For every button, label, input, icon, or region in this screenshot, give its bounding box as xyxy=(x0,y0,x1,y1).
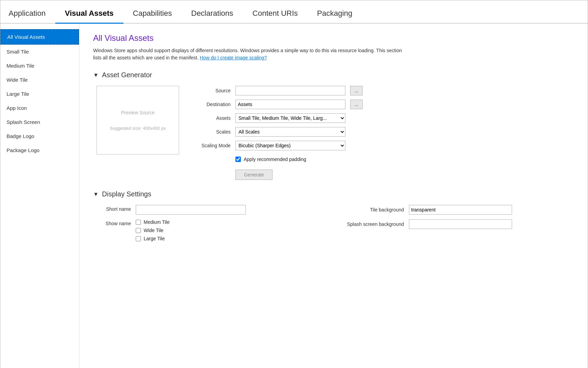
short-name-row: Short name xyxy=(97,205,325,215)
tab-declarations[interactable]: Declarations xyxy=(181,9,243,24)
tab-application[interactable]: Application xyxy=(7,9,55,24)
display-settings-header: ▼ Display Settings xyxy=(93,190,574,198)
sidebar-item-splash-screen[interactable]: Splash Screen xyxy=(0,115,79,129)
padding-label: Apply recommended padding xyxy=(244,157,306,162)
show-name-medium-tile: Medium Tile xyxy=(136,219,169,225)
scaling-mode-label: Scaling Mode xyxy=(193,143,231,148)
scaling-mode-select[interactable]: Bicubic (Sharper Edges) Bicubic Bilinear… xyxy=(235,141,345,150)
scales-label: Scales xyxy=(193,129,231,135)
destination-row: Destination ... xyxy=(193,100,574,109)
show-medium-tile-checkbox[interactable] xyxy=(136,220,141,225)
assets-label: Assets xyxy=(193,115,231,121)
scales-row: Scales All Scales 100 125 150 200 400 xyxy=(193,127,574,137)
destination-browse-button[interactable]: ... xyxy=(350,100,363,109)
assets-row: Assets Small Tile, Medium Tile, Wide Til… xyxy=(193,113,574,123)
tab-capabilities[interactable]: Capabilities xyxy=(123,9,182,24)
destination-label: Destination xyxy=(193,102,231,107)
padding-checkbox-row: Apply recommended padding xyxy=(235,157,574,162)
generate-row: Generate xyxy=(235,170,574,180)
asset-generator-title: Asset Generator xyxy=(102,71,152,79)
asset-generator-header: ▼ Asset Generator xyxy=(93,71,574,79)
sidebar-item-medium-tile[interactable]: Medium Tile xyxy=(0,59,79,73)
sidebar-item-package-logo[interactable]: Package Logo xyxy=(0,143,79,157)
sidebar-item-all-visual-assets[interactable]: All Visual Assets xyxy=(0,29,79,45)
tab-packaging[interactable]: Packaging xyxy=(308,9,362,24)
asset-generator-form: Source ... Destination ... Assets Small … xyxy=(193,86,574,180)
generate-button[interactable]: Generate xyxy=(235,170,273,180)
sidebar-item-large-tile[interactable]: Large Tile xyxy=(0,87,79,101)
tab-visual-assets[interactable]: Visual Assets xyxy=(55,9,123,24)
scaling-mode-row: Scaling Mode Bicubic (Sharper Edges) Bic… xyxy=(193,141,574,150)
help-link[interactable]: How do I create image scaling? xyxy=(200,55,267,60)
show-name-large-tile: Large Tile xyxy=(136,236,169,241)
destination-input[interactable] xyxy=(235,100,345,109)
preview-size-text: Suggested size: 400x400 px xyxy=(110,126,166,131)
display-settings-left: Short name Show name Medium Tile Wide Ti… xyxy=(97,205,325,246)
source-browse-button[interactable]: ... xyxy=(350,86,363,95)
page-title: All Visual Assets xyxy=(93,33,574,43)
asset-generator-collapse-arrow[interactable]: ▼ xyxy=(93,72,99,78)
short-name-label: Short name xyxy=(97,205,131,212)
show-wide-tile-checkbox[interactable] xyxy=(136,228,141,233)
main-layout: All Visual Assets Small Tile Medium Tile… xyxy=(0,24,588,368)
description-text: Windows Store apps should support displa… xyxy=(93,47,402,61)
show-medium-tile-label: Medium Tile xyxy=(144,219,169,225)
assets-select[interactable]: Small Tile, Medium Tile, Wide Tile, Larg… xyxy=(235,113,345,123)
preview-source-text: Preview Source xyxy=(121,110,155,115)
asset-generator-content: Preview Source Suggested size: 400x400 p… xyxy=(97,86,574,180)
scales-select[interactable]: All Scales 100 125 150 200 400 xyxy=(235,127,345,137)
show-name-label: Show name xyxy=(97,219,131,226)
tile-background-input[interactable] xyxy=(409,205,512,215)
sidebar-item-small-tile[interactable]: Small Tile xyxy=(0,45,79,59)
tab-content-uris[interactable]: Content URIs xyxy=(243,9,308,24)
content-area: All Visual Assets Windows Store apps sho… xyxy=(79,24,588,368)
sidebar: All Visual Assets Small Tile Medium Tile… xyxy=(0,24,79,368)
show-name-wide-tile: Wide Tile xyxy=(136,228,169,233)
source-label: Source xyxy=(193,88,231,93)
show-large-tile-checkbox[interactable] xyxy=(136,236,141,241)
splash-background-row: Splash screen background xyxy=(346,219,574,229)
tile-background-label: Tile background xyxy=(346,207,404,212)
source-input[interactable] xyxy=(235,86,345,95)
sidebar-item-wide-tile[interactable]: Wide Tile xyxy=(0,73,79,87)
padding-checkbox[interactable] xyxy=(235,157,241,162)
top-nav: Application Visual Assets Capabilities D… xyxy=(0,0,588,24)
show-large-tile-label: Large Tile xyxy=(144,236,165,241)
display-settings-right: Tile background Splash screen background xyxy=(346,205,574,246)
display-settings-collapse-arrow[interactable]: ▼ xyxy=(93,191,99,197)
preview-box: Preview Source Suggested size: 400x400 p… xyxy=(97,86,179,154)
tile-background-row: Tile background xyxy=(346,205,574,215)
splash-background-input[interactable] xyxy=(409,219,512,229)
display-settings-content: Short name Show name Medium Tile Wide Ti… xyxy=(97,205,574,246)
display-settings-title: Display Settings xyxy=(102,190,151,198)
short-name-input[interactable] xyxy=(136,205,246,215)
sidebar-item-badge-logo[interactable]: Badge Logo xyxy=(0,129,79,143)
show-name-row: Show name Medium Tile Wide Tile Large xyxy=(97,219,325,241)
splash-background-label: Splash screen background xyxy=(346,221,404,227)
sidebar-item-app-icon[interactable]: App Icon xyxy=(0,101,79,115)
show-name-checkboxes: Medium Tile Wide Tile Large Tile xyxy=(136,219,169,241)
source-row: Source ... xyxy=(193,86,574,95)
show-wide-tile-label: Wide Tile xyxy=(144,228,164,233)
